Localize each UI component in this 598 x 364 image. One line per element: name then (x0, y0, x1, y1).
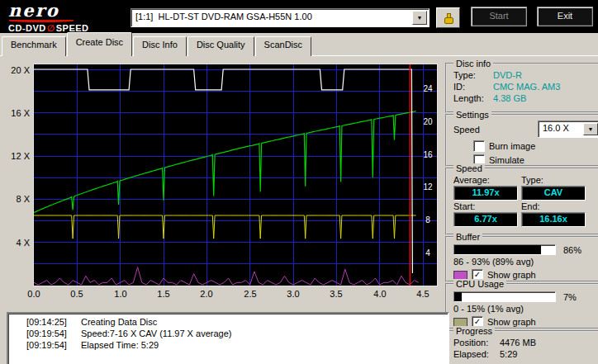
x-axis-label: 4.5 (411, 289, 435, 299)
average-speed-value: 11.97x (453, 186, 518, 201)
x-axis-label: 2.0 (194, 289, 219, 299)
elapsed-label: Elapsed: (453, 348, 500, 360)
log-text: Creating Data Disc (81, 316, 157, 328)
tab-scandisc[interactable]: ScanDisc (255, 36, 311, 56)
log-entry: [09:14:25] Creating Data Disc (12, 316, 444, 328)
svg-text:20: 20 (423, 117, 433, 126)
y-axis-label-20x: 20 X (2, 65, 30, 75)
disc-type-value: DVD-R (493, 69, 522, 81)
log-list[interactable]: [09:14:25] Creating Data Disc [09:19:54]… (7, 312, 449, 364)
drive-select[interactable]: [1:1] HL-DT-ST DVD-RAM GSA-H55N 1.00 ▼ (131, 8, 430, 27)
speed-group: Speed Average: Type: 11.97x CAV Start: E… (445, 163, 598, 235)
log-entry: [09:19:54] Speed:7-16 X CAV (11.97 X ave… (12, 328, 444, 339)
log-entry: [09:19:54] Elapsed Time: 5:29 (12, 339, 444, 351)
chevron-down-icon[interactable]: ▼ (583, 123, 598, 135)
cpu-bar (453, 291, 556, 302)
options-hand-button[interactable] (436, 7, 460, 28)
log-time: [09:14:25] (26, 316, 81, 328)
disc-length-label: Length: (453, 92, 493, 104)
end-speed-value: 16.16x (521, 212, 586, 227)
speed-chart: 2420161284 (33, 64, 438, 286)
speed-select[interactable]: 16.0 X ▼ (538, 121, 598, 138)
svg-text:24: 24 (423, 84, 433, 93)
position-label: Position: (453, 337, 500, 348)
x-axis-label: 2.5 (238, 289, 263, 299)
log-icon-spacer (12, 328, 26, 339)
chevron-down-icon[interactable]: ▼ (412, 11, 427, 25)
position-row: Position: 4476 MB (453, 337, 598, 348)
settings-group: Settings Speed 16.0 X ▼ Burn image Simul… (445, 110, 598, 167)
buffer-group: Buffer 86% 86 - 93% (89% avg) ✓ Show gra… (445, 232, 598, 282)
svg-text:8: 8 (425, 215, 430, 225)
disc-info-group: Disc info Type: DVD-R ID: CMC MAG. AM3 L… (445, 59, 598, 113)
speed-readouts: Average: Type: 11.97x CAV Start: End: 6.… (453, 175, 598, 227)
type-label: Type: (521, 175, 587, 185)
buffer-bar-fill (454, 245, 541, 254)
buffer-legend: Buffer (453, 232, 482, 242)
buffer-range: 86 - 93% (89% avg) (453, 257, 598, 267)
y-axis-label-12x: 12 X (2, 151, 30, 161)
exit-button[interactable]: Exit (537, 7, 593, 26)
chart-canvas: 2420161284 (34, 64, 437, 286)
x-axis-label: 3.5 (324, 289, 349, 299)
cpu-bar-fill (454, 292, 462, 301)
log-text: Speed:7-16 X CAV (11.97 X average) (81, 328, 231, 339)
buffer-percent: 86% (563, 245, 581, 255)
hand-icon-palm (444, 17, 453, 24)
burn-image-label: Burn image (489, 141, 535, 151)
log-icon-spacer (12, 339, 26, 351)
burn-image-row: Burn image (473, 140, 598, 152)
cpu-usage-group: CPU Usage 7% 0 - 15% (1% avg) ✓ Show gra… (445, 279, 598, 329)
average-label: Average: (453, 175, 520, 185)
buffer-bar (453, 244, 556, 255)
progress-legend: Progress (453, 326, 495, 336)
speed-setting-row: Speed 16.0 X ▼ (453, 121, 598, 138)
end-label: End: (521, 201, 587, 211)
svg-text:16: 16 (423, 150, 433, 159)
x-axis-label: 0.5 (64, 289, 89, 299)
start-button[interactable]: Start (471, 7, 527, 26)
disc-log-icon (12, 316, 26, 328)
log-text: Elapsed Time: 5:29 (81, 339, 159, 351)
disc-id-label: ID: (453, 81, 493, 92)
settings-legend: Settings (453, 110, 491, 120)
y-axis-label-8x: 8 X (2, 194, 30, 204)
tabstrip: Benchmark Create Disc Disc Info Disc Qua… (2, 37, 312, 56)
elapsed-value: 5:29 (500, 348, 517, 360)
disc-length-row: Length: 4.38 GB (453, 92, 598, 104)
burn-image-checkbox[interactable] (473, 140, 485, 152)
y-axis-label-16x: 16 X (2, 108, 30, 118)
cpu-percent: 7% (563, 292, 577, 302)
disc-type-row: Type: DVD-R (453, 69, 598, 81)
svg-text:12: 12 (423, 182, 433, 191)
tab-benchmark[interactable]: Benchmark (2, 36, 66, 56)
tab-create-disc[interactable]: Create Disc (67, 32, 132, 56)
x-axis-label: 4.0 (368, 289, 392, 299)
disc-id-value: CMC MAG. AM3 (493, 81, 560, 92)
progress-group: Progress Position: 4476 MB Elapsed: 5:29 (445, 326, 598, 364)
buffer-color-swatch (453, 271, 467, 280)
tab-disc-info[interactable]: Disc Info (133, 36, 187, 56)
drive-select-value: [1:1] HL-DT-ST DVD-RAM GSA-H55N 1.00 (131, 9, 429, 21)
disc-type-label: Type: (453, 69, 493, 81)
disc-id-row: ID: CMC MAG. AM3 (453, 81, 598, 92)
disc-symbol-icon: ∅ (46, 23, 56, 33)
write-type-value: CAV (521, 186, 586, 201)
position-value: 4476 MB (500, 337, 536, 348)
tab-disc-quality[interactable]: Disc Quality (187, 36, 254, 56)
log-time: [09:19:54] (26, 328, 81, 339)
elapsed-row: Elapsed: 5:29 (453, 348, 598, 360)
speed-legend: Speed (453, 163, 485, 173)
cpu-range: 0 - 15% (1% avg) (453, 304, 598, 314)
cpu-bar-row: 7% (453, 291, 598, 302)
app-header: nero CD-DVD∅SPEED [1:1] HL-DT-ST DVD-RAM… (0, 0, 598, 33)
y-axis-label-4x: 4 X (2, 238, 30, 248)
x-axis-label: 3.0 (281, 289, 306, 299)
speed-setting-label: Speed (453, 125, 480, 135)
logo-subtitle-left: CD-DVD (8, 23, 46, 33)
buffer-bar-row: 86% (453, 244, 598, 255)
start-label: Start: (453, 201, 520, 211)
hand-icon (444, 13, 453, 23)
disc-info-legend: Disc info (453, 59, 493, 69)
cpu-color-swatch (453, 318, 467, 327)
